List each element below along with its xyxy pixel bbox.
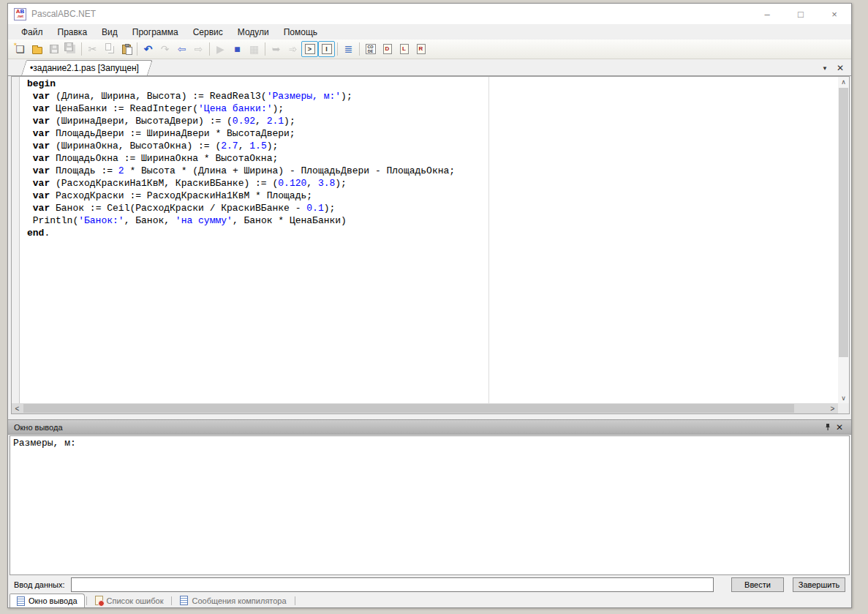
- window-controls: – □ ×: [750, 4, 851, 24]
- menu-item-program[interactable]: Программа: [125, 26, 186, 39]
- tab-strip-controls: ▼ ✕: [822, 63, 844, 73]
- scroll-left-icon[interactable]: <: [12, 403, 23, 413]
- cut-button[interactable]: ✂: [84, 41, 101, 57]
- nav-forward-button[interactable]: ⇨: [190, 41, 207, 57]
- minimize-button[interactable]: –: [750, 4, 784, 24]
- tab-list-dropdown-icon[interactable]: ▼: [822, 65, 828, 72]
- format-code-button[interactable]: ≣: [340, 41, 357, 57]
- code-line: var (Длина, Ширина, Высота) := ReadReal3…: [27, 90, 838, 102]
- bottom-tab-label: Окно вывода: [29, 596, 78, 605]
- compile-icon: ▦: [249, 44, 259, 54]
- title-bar[interactable]: AB .net PascalABC.NET – □ ×: [8, 4, 851, 24]
- toolbar: ❏✶✂↶↷⇦⇨▶■▦➥➾>I≣CODEDLR: [8, 40, 851, 59]
- code-line: var (РасходКраскиНа1КвМ, КраскиВБанке) :…: [27, 177, 838, 190]
- redo-icon: ↷: [161, 44, 170, 54]
- menu-bar: ФайлПравкаВидПрограммаСервисМодулиПомощь: [8, 24, 851, 40]
- toolbar-separator: [359, 42, 360, 56]
- bottom-tab-label: Список ошибок: [107, 596, 164, 605]
- code-line: end.: [27, 227, 838, 239]
- menu-item-edit[interactable]: Правка: [50, 26, 95, 39]
- step-over-button[interactable]: ➥: [268, 41, 284, 57]
- open-file-button[interactable]: [29, 41, 45, 57]
- scroll-up-icon[interactable]: ∧: [838, 77, 849, 87]
- io-window-toggle-button[interactable]: I: [318, 41, 335, 57]
- console-toggle-button[interactable]: >: [301, 41, 318, 57]
- copy-icon: [105, 43, 111, 50]
- data-input-field[interactable]: [71, 577, 714, 592]
- scroll-down-icon[interactable]: ∨: [838, 393, 849, 403]
- nav-back-button[interactable]: ⇦: [173, 41, 190, 57]
- output-tab-icon: [17, 596, 25, 606]
- save-all-icon: [64, 42, 73, 51]
- paste-button[interactable]: [118, 41, 135, 57]
- io-window-toggle-icon: I: [322, 44, 332, 54]
- menu-item-service[interactable]: Сервис: [186, 26, 230, 39]
- desktop-background: AB .net PascalABC.NET – □ × ФайлПравкаВи…: [0, 0, 868, 614]
- run-button[interactable]: ▶: [212, 41, 229, 57]
- save-button[interactable]: [45, 41, 62, 57]
- compiler-messages-icon: [180, 596, 188, 605]
- menu-item-file[interactable]: Файл: [14, 26, 50, 39]
- code-line: begin: [27, 78, 838, 90]
- output-close-icon[interactable]: ✕: [834, 422, 845, 433]
- bottom-tab-output[interactable]: Окно вывода: [10, 594, 85, 607]
- editor-horizontal-scrollbar[interactable]: < >: [12, 403, 838, 413]
- menu-item-help[interactable]: Помощь: [276, 26, 325, 39]
- code-templates-icon: CODE: [366, 44, 376, 54]
- close-button[interactable]: ×: [818, 4, 851, 24]
- compile-button[interactable]: ▦: [246, 41, 263, 57]
- template-d-button[interactable]: D: [379, 41, 396, 57]
- toolbar-separator: [209, 42, 210, 56]
- stop-button[interactable]: ■: [229, 41, 246, 57]
- template-l-button[interactable]: L: [396, 41, 412, 57]
- pascalabc-window: AB .net PascalABC.NET – □ × ФайлПравкаВи…: [7, 3, 852, 608]
- pin-icon[interactable]: [822, 422, 834, 433]
- menu-item-modules[interactable]: Модули: [230, 26, 276, 39]
- tab-close-icon[interactable]: ✕: [837, 63, 844, 73]
- app-logo-icon: AB .net: [14, 8, 26, 20]
- code-area[interactable]: begin var (Длина, Ширина, Высота) := Rea…: [20, 77, 838, 403]
- input-bar: Ввод данных: Ввести Завершить: [8, 575, 851, 594]
- window-title: PascalABC.NET: [31, 9, 96, 19]
- toolbar-separator: [265, 42, 265, 56]
- template-r-icon: R: [417, 44, 426, 54]
- editor-vertical-scrollbar[interactable]: ∧ ∨: [838, 77, 849, 403]
- code-line: var РасходКраски := РасходКраскиНа1КвМ *…: [27, 190, 838, 202]
- code-line: var ПлощадьДвери := ШиринаДвери * Высота…: [27, 127, 838, 140]
- toolbar-separator: [337, 42, 338, 56]
- code-line: var (ШиринаОкна, ВысотаОкна) := (2.7, 1.…: [27, 140, 838, 152]
- paste-icon: [122, 45, 131, 54]
- code-line: var ЦенаБанки := ReadInteger('Цена банки…: [27, 102, 838, 115]
- terminate-button[interactable]: Завершить: [793, 577, 845, 592]
- step-into-icon: ➾: [289, 44, 298, 54]
- undo-icon: ↶: [144, 44, 153, 54]
- code-line: var ПлощадьОкна := ШиринаОкна * ВысотаОк…: [27, 152, 838, 165]
- scroll-right-icon[interactable]: >: [827, 403, 838, 413]
- tab-separator: [171, 596, 172, 605]
- save-all-button[interactable]: [62, 41, 79, 57]
- toolbar-separator: [137, 42, 137, 56]
- document-tab[interactable]: •задание2.1.pas [Запущен]: [21, 60, 148, 75]
- code-line: Println('Банок:', Банок, 'на сумму', Бан…: [27, 214, 838, 227]
- scrollbar-corner: [838, 403, 849, 413]
- redo-button[interactable]: ↷: [156, 41, 173, 57]
- input-label: Ввод данных:: [14, 580, 65, 589]
- menu-item-view[interactable]: Вид: [94, 26, 125, 39]
- copy-button[interactable]: [101, 41, 118, 57]
- template-r-button[interactable]: R: [412, 41, 429, 57]
- open-file-icon: [32, 47, 42, 54]
- console-toggle-icon: >: [305, 44, 315, 54]
- undo-button[interactable]: ↶: [140, 41, 156, 57]
- new-file-button[interactable]: ❏✶: [12, 41, 29, 57]
- bottom-tab-compiler[interactable]: Сообщения компилятора: [173, 594, 293, 607]
- code-templates-button[interactable]: CODE: [362, 41, 379, 57]
- step-into-button[interactable]: ➾: [284, 41, 301, 57]
- submit-input-button[interactable]: Ввести: [731, 577, 784, 592]
- horizontal-scroll-thumb[interactable]: [23, 404, 794, 413]
- bottom-tab-errors[interactable]: Список ошибок: [88, 594, 170, 607]
- code-line: var Площадь := 2 * Высота * (Длина + Шир…: [27, 165, 838, 177]
- maximize-button[interactable]: □: [784, 4, 818, 24]
- vertical-scroll-thumb[interactable]: [839, 88, 848, 357]
- error-list-icon: [95, 596, 103, 605]
- bottom-tab-bar: Окно выводаСписок ошибокСообщения компил…: [8, 594, 851, 607]
